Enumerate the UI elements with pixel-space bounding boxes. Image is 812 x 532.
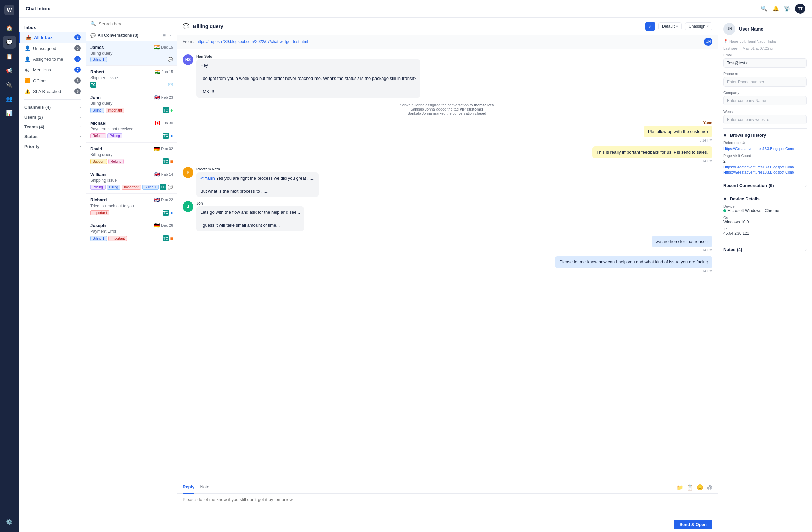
broadcast-icon[interactable]: 📡 <box>784 5 791 12</box>
conv-item-john[interactable]: John 🇬🇧 Feb 23 Billing query Billing Imp… <box>86 91 177 117</box>
at-icon[interactable]: @ <box>707 485 712 490</box>
from-url[interactable]: https://trupesh789.blogspot.com/2022/07/… <box>197 40 308 44</box>
status-check-badge: ✓ <box>646 21 655 31</box>
sidebar-item-offline[interactable]: 📶 Offline 6 <box>19 75 86 86</box>
sidebar-item-assigned-label: Assigned to me <box>33 57 72 62</box>
reply-footer: Send & Open <box>177 517 717 532</box>
note-long: This is really important feedback for us… <box>183 146 712 163</box>
phone-label: Phone no <box>723 72 807 76</box>
nav-inbox[interactable]: 💬 <box>3 36 16 48</box>
conv-item-joseph[interactable]: Joseph 🇩🇪 Dec 26 Payment Error Billing 1… <box>86 219 177 245</box>
website-label: Website <box>723 109 807 114</box>
ref-url-label: Reference Url <box>723 141 807 145</box>
reply-textarea[interactable] <box>183 497 712 512</box>
contact-avatar: UN <box>723 23 736 35</box>
email-label: Email <box>723 53 807 57</box>
sidebar-item-mentions-label: Mentions <box>33 68 72 72</box>
notes-title: Notes (4) <box>723 247 742 252</box>
app-logo[interactable]: W <box>3 4 15 16</box>
copy-icon[interactable]: 📋 <box>686 484 693 490</box>
divider-4 <box>723 240 807 240</box>
nav-settings[interactable]: ⚙️ <box>3 515 16 528</box>
msg-content-han-solo: Han Solo Hey I bought from you a week ag… <box>196 54 420 98</box>
note-yann-sender: Yann <box>704 121 712 125</box>
conv-item-james[interactable]: James 🇮🇳 Dec 15 Billing query Billing 1 … <box>86 41 177 66</box>
os-value: Windows 10.0 <box>723 220 807 224</box>
nav-analytics[interactable]: 📊 <box>3 106 16 119</box>
sidebar-item-assigned-to-me[interactable]: 👤 Assigned to me 3 <box>19 54 86 64</box>
history-link-2[interactable]: Https://Greatadventures133.Blogspot.Com/ <box>723 170 794 174</box>
device-value: Microsoft Windows , Chrome <box>723 208 807 213</box>
send-open-button[interactable]: Send & Open <box>674 519 712 529</box>
website-placeholder[interactable]: Enter company website <box>723 115 807 124</box>
search-input[interactable] <box>99 21 173 26</box>
status-chevron: › <box>79 135 81 138</box>
note-yann-content: Yann Ple follow up with the customer 3:1… <box>644 121 712 143</box>
conv-item-william[interactable]: William 🇬🇧 Fab 14 Shipping issue Pricing… <box>86 168 177 194</box>
sidebar-item-mentions[interactable]: @ Mentions 7 <box>19 64 86 75</box>
chat-messages: HS Han Solo Hey I bought from you a week… <box>177 49 717 481</box>
phone-placeholder[interactable]: Enter Phone number <box>723 77 807 87</box>
notes-section[interactable]: Notes (4) › <box>723 244 807 255</box>
browsing-history-header[interactable]: ∨ Browsing History <box>723 133 807 138</box>
company-label: Company <box>723 91 807 95</box>
contact-name: User Name <box>739 26 764 32</box>
nav-contacts[interactable]: 👥 <box>3 92 16 105</box>
nav-campaigns[interactable]: 📢 <box>3 64 16 77</box>
notifications-icon[interactable]: 🔔 <box>772 5 779 12</box>
default-dropdown[interactable]: Default ▾ <box>658 22 682 30</box>
users-chevron: › <box>79 115 81 119</box>
user-avatar[interactable]: TT <box>795 4 805 14</box>
page-visit-count: 2 <box>723 159 807 164</box>
sidebar-item-sla-breached[interactable]: ⚠️ SLA Breached 6 <box>19 86 86 97</box>
status-label: Status <box>24 134 38 139</box>
page-visit-label: Page Visit Count <box>723 154 807 158</box>
top-bar: Chat Inbox 🔍 🔔 📡 TT <box>19 0 812 17</box>
msg-content-preetam: Preetam Nath @Yann Yes you are right the… <box>196 167 319 197</box>
nav-home[interactable]: 🏠 <box>3 21 16 34</box>
ip-label: IP <box>723 227 807 231</box>
sidebar-item-unassigned[interactable]: 👤 Unassigned 0 <box>19 43 86 54</box>
conv-item-richard[interactable]: Richard 🇬🇧 Dec 22 Tried to reach out to … <box>86 194 177 219</box>
sidebar-item-offline-label: Offline <box>33 78 72 83</box>
sidebar-status[interactable]: Status › <box>19 132 86 142</box>
reply-tab-reply[interactable]: Reply <box>183 482 194 493</box>
reply-tabs: Reply Note 📁 📋 😊 @ <box>177 482 717 493</box>
reply-tab-note[interactable]: Note <box>200 482 209 493</box>
ref-url-link[interactable]: Https://Greatadventures133.Blogspot.Com/ <box>723 147 794 151</box>
unassign-dropdown[interactable]: Unassign ▾ <box>685 22 712 30</box>
history-link-1[interactable]: Https://Greatadventures133.Blogspot.Com/ <box>723 165 794 169</box>
channels-chevron: › <box>79 105 81 109</box>
emoji-icon[interactable]: 😊 <box>697 484 704 490</box>
company-placeholder[interactable]: Enter company Name <box>723 96 807 105</box>
teams-label: Teams (4) <box>24 124 44 129</box>
offline-badge: 6 <box>74 77 81 84</box>
conv-item-david[interactable]: David 🇩🇪 Dec 02 Billing query Support Re… <box>86 143 177 168</box>
search-icon[interactable]: 🔍 <box>761 5 768 12</box>
attach-icon[interactable]: 📁 <box>677 484 683 490</box>
message-jon: J Jon Lets go with the flow and ask for … <box>183 201 712 232</box>
wa-icon-john: ● <box>170 107 173 113</box>
more-icon[interactable]: ⋮ <box>168 33 173 38</box>
sidebar-item-all-inbox[interactable]: 📥 All Inbox 2 <box>19 32 86 43</box>
divider-2 <box>723 179 807 179</box>
sidebar-teams[interactable]: Teams (4) › <box>19 122 86 132</box>
reply-area: Reply Note 📁 📋 😊 @ Send & Open <box>177 481 717 532</box>
nav-reports[interactable]: 📋 <box>3 50 16 63</box>
sidebar-channels[interactable]: Channels (4) › <box>19 102 86 112</box>
note-yann: Yann Ple follow up with the customer 3:1… <box>183 121 712 143</box>
chat-area: 💬 Billing query ✓ Default ▾ Unassign ▾ F… <box>177 17 717 532</box>
sidebar-users[interactable]: Users (2) › <box>19 112 86 122</box>
sidebar-priority[interactable]: Priority › <box>19 142 86 151</box>
conv-item-michael[interactable]: Michael 🇨🇦 Jun 30 Payment is not receive… <box>86 117 177 143</box>
recent-conv-header[interactable]: Recent Conversation (6) › <box>723 183 807 188</box>
right-panel: UN User Name 📍 Nagercoil, Tamil Nadu, In… <box>717 17 812 532</box>
conv-item-robert[interactable]: Robert 🇮🇳 Jan 15 Shipment issue TC ✉️ <box>86 66 177 91</box>
os-label: Os <box>723 216 807 220</box>
nav-integrations[interactable]: 🔌 <box>3 78 16 91</box>
device-details-header[interactable]: ∨ Device Details <box>723 196 807 202</box>
message-outgoing-2: Please let me know how can i help you an… <box>183 256 712 273</box>
assigned-badge: 3 <box>74 56 81 62</box>
sort-icon[interactable]: ≡ <box>163 33 165 38</box>
msg-content-jon: Jon Lets go with the flow and ask for th… <box>196 201 304 232</box>
